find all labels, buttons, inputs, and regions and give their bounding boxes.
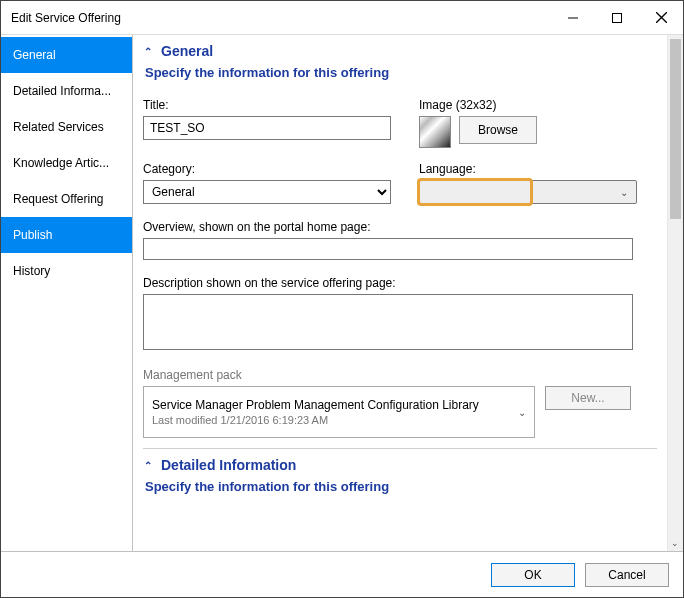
description-label: Description shown on the service offerin… xyxy=(143,276,657,290)
section-header-general[interactable]: ⌃ General xyxy=(143,41,657,63)
collapse-icon: ⌃ xyxy=(143,46,153,57)
edit-service-offering-dialog: Edit Service Offering General Detailed I… xyxy=(0,0,684,598)
language-select[interactable]: ⌄ xyxy=(419,180,637,204)
sidebar-item-general[interactable]: General xyxy=(1,37,132,73)
highlight-marker xyxy=(417,178,533,206)
language-label: Language: xyxy=(419,162,637,176)
section-header-detailed[interactable]: ⌃ Detailed Information xyxy=(143,455,657,477)
close-button[interactable] xyxy=(639,3,683,33)
browse-button[interactable]: Browse xyxy=(459,116,537,144)
minimize-button[interactable] xyxy=(551,3,595,33)
scrollbar[interactable]: ▴ ⌄ xyxy=(667,35,683,551)
chevron-down-icon: ⌄ xyxy=(518,407,526,418)
management-pack-modified: Last modified 1/21/2016 6:19:23 AM xyxy=(152,414,479,426)
management-pack-value: Service Manager Problem Management Confi… xyxy=(152,398,479,412)
dialog-footer: OK Cancel xyxy=(1,551,683,597)
svg-rect-1 xyxy=(613,13,622,22)
scroll-down-icon[interactable]: ⌄ xyxy=(667,535,683,551)
category-select[interactable]: General xyxy=(143,180,391,204)
sidebar-item-knowledge-articles[interactable]: Knowledge Artic... xyxy=(1,145,132,181)
content-pane: ⌃ General Specify the information for th… xyxy=(133,35,667,551)
collapse-icon: ⌃ xyxy=(143,460,153,471)
management-pack-select[interactable]: Service Manager Problem Management Confi… xyxy=(143,386,535,438)
overview-textarea[interactable] xyxy=(143,238,633,260)
title-input[interactable] xyxy=(143,116,391,140)
category-label: Category: xyxy=(143,162,391,176)
new-management-pack-button[interactable]: New... xyxy=(545,386,631,410)
sidebar-item-publish[interactable]: Publish xyxy=(1,217,132,253)
management-pack-label: Management pack xyxy=(143,368,657,382)
ok-button[interactable]: OK xyxy=(491,563,575,587)
image-thumbnail xyxy=(419,116,451,148)
image-label: Image (32x32) xyxy=(419,98,537,112)
section-title: General xyxy=(161,43,213,59)
sidebar-item-request-offering[interactable]: Request Offering xyxy=(1,181,132,217)
maximize-button[interactable] xyxy=(595,3,639,33)
scrollbar-thumb[interactable] xyxy=(670,39,681,219)
window-controls xyxy=(551,3,683,33)
title-label: Title: xyxy=(143,98,391,112)
section-subtitle: Specify the information for this offerin… xyxy=(145,479,657,494)
sidebar-item-detailed-information[interactable]: Detailed Informa... xyxy=(1,73,132,109)
window-title: Edit Service Offering xyxy=(11,11,121,25)
overview-label: Overview, shown on the portal home page: xyxy=(143,220,657,234)
sidebar-item-related-services[interactable]: Related Services xyxy=(1,109,132,145)
section-subtitle: Specify the information for this offerin… xyxy=(145,65,657,80)
section-title: Detailed Information xyxy=(161,457,296,473)
titlebar: Edit Service Offering xyxy=(1,1,683,35)
cancel-button[interactable]: Cancel xyxy=(585,563,669,587)
sidebar-item-history[interactable]: History xyxy=(1,253,132,289)
section-separator xyxy=(143,448,657,449)
chevron-down-icon: ⌄ xyxy=(620,187,628,198)
description-textarea[interactable] xyxy=(143,294,633,350)
sidebar: General Detailed Informa... Related Serv… xyxy=(1,35,133,551)
